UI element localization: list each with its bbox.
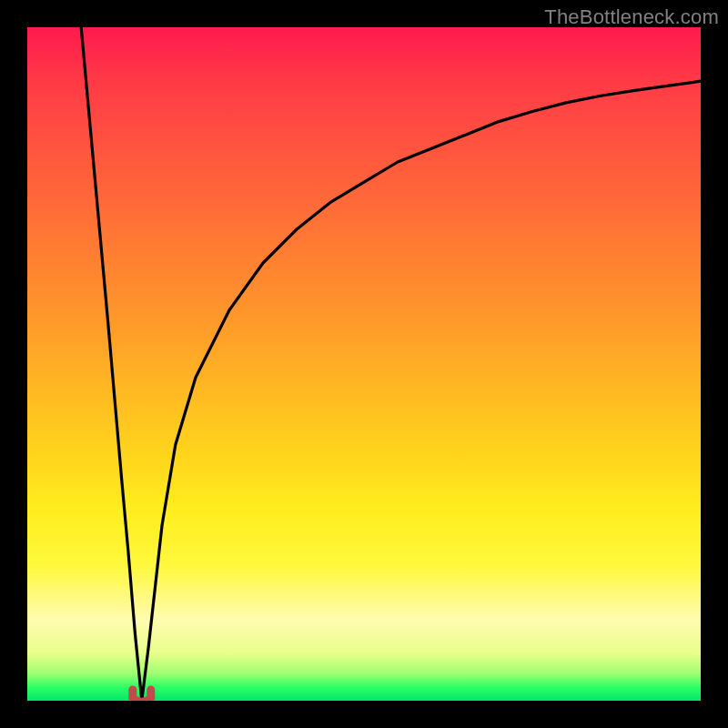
bottleneck-curve-svg bbox=[27, 27, 701, 701]
bottleneck-curve-line bbox=[81, 27, 701, 701]
heatmap-plot-area bbox=[27, 27, 701, 701]
chart-frame: TheBottleneck.com bbox=[0, 0, 728, 728]
watermark-text: TheBottleneck.com bbox=[544, 5, 719, 29]
